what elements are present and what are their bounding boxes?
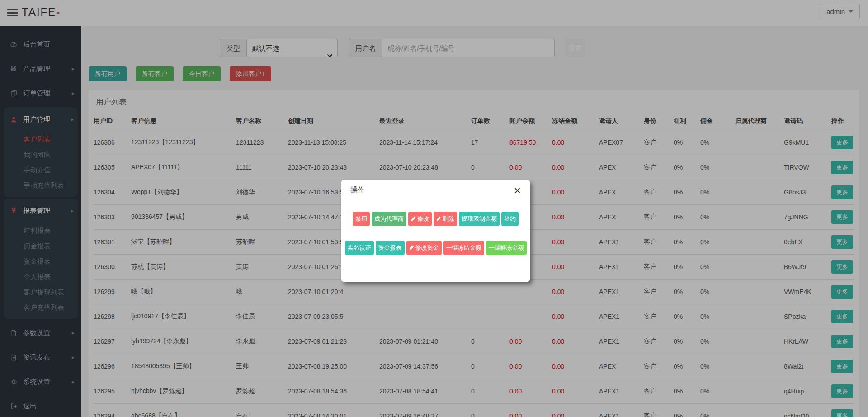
edit-button[interactable]: 修改 xyxy=(408,212,432,226)
become-agent-button-label: 成为代理商 xyxy=(374,215,404,223)
pencil-icon xyxy=(411,216,416,223)
modal-header: 操作 × xyxy=(341,180,530,200)
realname-auth-button[interactable]: 实名认证 xyxy=(345,241,374,255)
funds-report-button-label: 资金报表 xyxy=(378,244,402,252)
freeze-amount-button-label: 一键冻结金额 xyxy=(446,244,481,252)
edit-funds-button-label: 修改资金 xyxy=(415,244,439,252)
admin-panel-page: { "header": { "logo_text": "TAIFE", "log… xyxy=(0,0,868,417)
pencil-icon xyxy=(436,216,441,223)
edit-funds-button[interactable]: 修改资金 xyxy=(406,241,442,255)
freeze-amount-button[interactable]: 一键冻结金额 xyxy=(443,241,484,255)
disable-button[interactable]: 禁用 xyxy=(353,212,370,226)
funds-report-button[interactable]: 资金报表 xyxy=(376,241,405,255)
sign-button[interactable]: 签约 xyxy=(501,212,519,226)
modal-actions-row-1: 禁用成为代理商修改删除提现限制金额签约 xyxy=(347,212,524,226)
delete-button[interactable]: 删除 xyxy=(434,212,457,226)
unfreeze-amount-button-label: 一键解冻金额 xyxy=(489,244,524,252)
become-agent-button[interactable]: 成为代理商 xyxy=(372,212,406,226)
pencil-icon xyxy=(409,245,414,251)
unfreeze-amount-button[interactable]: 一键解冻金额 xyxy=(486,241,527,255)
disable-button-label: 禁用 xyxy=(355,215,367,223)
modal-title: 操作 xyxy=(350,185,365,195)
modal-actions-row-2: 实名认证资金报表修改资金一键冻结金额一键解冻金额 xyxy=(347,241,524,255)
withdraw-limit-button-label: 提现限制金额 xyxy=(462,215,497,223)
edit-button-label: 修改 xyxy=(417,215,429,223)
realname-auth-button-label: 实名认证 xyxy=(348,244,371,252)
delete-button-label: 删除 xyxy=(443,215,454,223)
modal-body: 禁用成为代理商修改删除提现限制金额签约 实名认证资金报表修改资金一键冻结金额一键… xyxy=(341,200,530,255)
close-icon[interactable]: × xyxy=(514,186,521,195)
sign-button-label: 签约 xyxy=(504,215,516,223)
actions-modal: 操作 × 禁用成为代理商修改删除提现限制金额签约 实名认证资金报表修改资金一键冻… xyxy=(341,180,530,282)
withdraw-limit-button[interactable]: 提现限制金额 xyxy=(459,212,500,226)
